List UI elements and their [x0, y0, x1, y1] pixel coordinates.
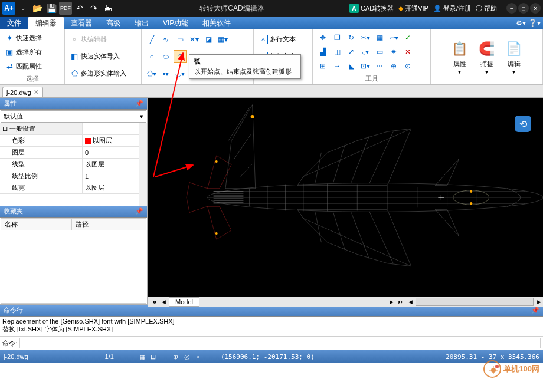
- tool-more-icon[interactable]: ⋯: [373, 60, 386, 73]
- draw-polyline-icon[interactable]: ∿: [159, 33, 172, 46]
- tool-array-icon[interactable]: ▦: [373, 31, 386, 44]
- tool-copy-icon[interactable]: ❐: [331, 31, 344, 44]
- tool-move-icon[interactable]: ✥: [316, 31, 329, 44]
- tool-stretch-icon[interactable]: ▭: [373, 45, 386, 58]
- favorites-name-column[interactable]: 名称: [1, 219, 72, 230]
- tool-more2-icon[interactable]: ⊕: [387, 60, 400, 73]
- draw-arc-icon[interactable]: ◠: [174, 50, 187, 63]
- cad-converter-link[interactable]: ACAD转换器: [349, 4, 394, 13]
- block-editor-button[interactable]: ▫块编辑器: [68, 34, 138, 45]
- vip-link[interactable]: ◆开通VIP: [398, 4, 428, 13]
- drawing-canvas[interactable]: ⟲: [148, 98, 543, 297]
- draw-rect-icon[interactable]: ▭: [174, 33, 187, 46]
- select-all-button[interactable]: ▣选择所有: [4, 46, 61, 58]
- tab-nav-next-icon[interactable]: ▶: [387, 298, 395, 306]
- tool-join-icon[interactable]: ✓: [401, 31, 414, 44]
- tool-scale-icon[interactable]: ⤢: [345, 45, 358, 58]
- tab-advanced[interactable]: 高级: [99, 17, 127, 29]
- model-tab[interactable]: Model: [169, 297, 199, 307]
- minimize-button[interactable]: −: [506, 3, 517, 14]
- horizontal-scrollbar[interactable]: [416, 298, 534, 306]
- polygon-entity-input-button[interactable]: ⬠多边形实体输入: [68, 68, 138, 80]
- pin-icon[interactable]: 📌: [135, 100, 143, 107]
- settings-icon[interactable]: ⚙▾: [516, 19, 526, 27]
- draw-polygon-icon[interactable]: ⬠▾: [145, 67, 158, 80]
- quick-select-button[interactable]: ✦快速选择: [4, 32, 61, 44]
- draw-ellipse-icon[interactable]: ⬭: [159, 50, 172, 63]
- open-icon[interactable]: 📂: [31, 2, 44, 15]
- pin-icon[interactable]: 📌: [531, 307, 539, 314]
- prop-linetype-label: 线型: [0, 159, 83, 170]
- favorites-path-column[interactable]: 路径: [72, 219, 92, 230]
- tab-file[interactable]: 文件: [0, 17, 28, 29]
- close-tab-icon[interactable]: ✕: [34, 88, 39, 96]
- tool-align-icon[interactable]: ⊞: [316, 60, 329, 73]
- help-link[interactable]: ⓘ帮助: [476, 4, 497, 13]
- default-value-dropdown[interactable]: 默认值▾: [1, 110, 146, 123]
- status-snap-icon[interactable]: ▦: [138, 352, 147, 361]
- draw-construction-icon[interactable]: ✕▾: [188, 33, 201, 46]
- document-tab[interactable]: j-20.dwg ✕: [2, 87, 43, 97]
- tool-break-icon[interactable]: ▱▾: [387, 31, 400, 44]
- draw-hatch-icon[interactable]: ▦▾: [216, 33, 229, 46]
- prop-ltscale-value[interactable]: 1: [83, 170, 139, 182]
- prop-lineweight-value[interactable]: 以图层: [83, 182, 139, 193]
- pdf-icon[interactable]: PDF: [59, 2, 72, 15]
- status-ortho-icon[interactable]: ⌐: [160, 352, 169, 361]
- snap-button[interactable]: 🧲 捕捉▼: [474, 38, 500, 76]
- multiline-text-button[interactable]: A多行文本: [257, 34, 309, 45]
- tab-related[interactable]: 相关软件: [195, 17, 238, 29]
- close-button[interactable]: ✕: [530, 3, 541, 14]
- print-icon[interactable]: 🖶: [102, 2, 115, 15]
- tool-more3-icon[interactable]: ⊙: [401, 60, 414, 73]
- attributes-button[interactable]: 📋 属性▼: [447, 38, 473, 76]
- tool-erase-icon[interactable]: ✕: [401, 45, 414, 58]
- command-input[interactable]: [19, 338, 541, 348]
- tool-extend-icon[interactable]: →: [331, 60, 344, 73]
- tool-chamfer-icon[interactable]: ◣: [345, 60, 358, 73]
- general-section-label[interactable]: ⊟ 一般设置: [0, 123, 83, 134]
- draw-region-icon[interactable]: ◪: [202, 33, 215, 46]
- fast-entity-import-button[interactable]: ◧快速实体导入: [68, 51, 138, 62]
- user-icon: 👤: [433, 5, 441, 12]
- draw-circle-icon[interactable]: ○: [145, 50, 158, 63]
- tool-mirror-icon[interactable]: ▟: [316, 45, 329, 58]
- status-track-icon[interactable]: ▫: [194, 352, 203, 361]
- status-osnap-icon[interactable]: ◎: [182, 352, 192, 361]
- status-polar-icon[interactable]: ⊕: [171, 352, 181, 361]
- scroll-left-icon[interactable]: ◀: [406, 298, 414, 306]
- maximize-button[interactable]: □: [518, 3, 529, 14]
- tab-nav-prev-icon[interactable]: ◀: [159, 298, 168, 306]
- status-grid-icon[interactable]: ⊞: [149, 352, 158, 361]
- tool-explode-icon[interactable]: ✷: [387, 45, 400, 58]
- draw-line-icon[interactable]: ╱: [145, 33, 158, 46]
- tab-output[interactable]: 输出: [127, 17, 156, 29]
- undo-icon[interactable]: ↶: [73, 2, 86, 15]
- menu-help-icon[interactable]: ❔▾: [528, 19, 541, 27]
- match-props-button[interactable]: ⇄匹配属性: [4, 60, 61, 72]
- pin-icon[interactable]: 📌: [135, 207, 143, 215]
- login-link[interactable]: 👤登录/注册: [433, 4, 471, 13]
- edit-button[interactable]: 📄 编辑▼: [501, 38, 527, 76]
- new-icon[interactable]: ▫: [17, 2, 30, 15]
- tab-nav-first-icon[interactable]: ⏮: [150, 298, 158, 306]
- tool-group-icon[interactable]: ⊡▾: [359, 60, 372, 73]
- prop-color-value[interactable]: 以图层: [83, 135, 139, 146]
- redo-icon[interactable]: ↷: [87, 2, 100, 15]
- scroll-right-icon[interactable]: ▶: [535, 298, 543, 306]
- save-icon[interactable]: 💾: [45, 2, 58, 15]
- view-cube-icon[interactable]: ⟲: [515, 116, 531, 132]
- tab-nav-last-icon[interactable]: ⏭: [397, 298, 405, 306]
- prop-linetype-value[interactable]: 以图层: [83, 159, 139, 170]
- tab-editor[interactable]: 编辑器: [28, 17, 64, 29]
- properties-scrollbar[interactable]: [139, 123, 147, 206]
- tool-rotate-icon[interactable]: ↻: [345, 31, 358, 44]
- prop-layer-value[interactable]: 0: [83, 147, 139, 158]
- tool-trim-icon[interactable]: ✂▾: [359, 31, 372, 44]
- draw-point-icon[interactable]: ▪▾: [159, 67, 172, 80]
- draw-arc2-icon[interactable]: ◡▾: [174, 67, 187, 80]
- tool-offset-icon[interactable]: ◫: [331, 45, 344, 58]
- tool-fillet-icon[interactable]: ◟▾: [359, 45, 372, 58]
- tab-vip[interactable]: VIP功能: [156, 17, 195, 29]
- tab-viewer[interactable]: 查看器: [64, 17, 99, 29]
